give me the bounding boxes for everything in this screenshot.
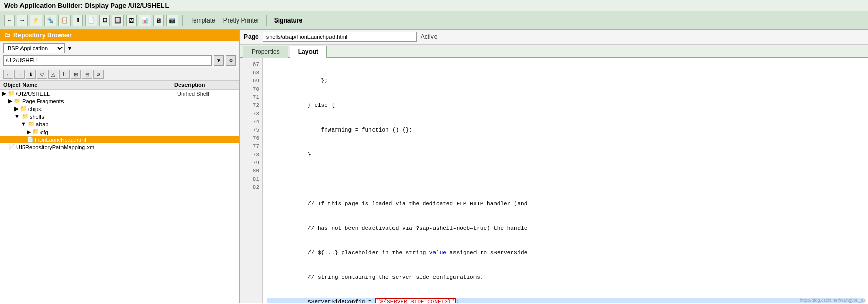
line-num-70: 70 (240, 85, 262, 93)
nav-down-btn[interactable]: ⬇ (26, 70, 36, 79)
nav-fwd-btn[interactable]: → (14, 70, 25, 79)
tree-label-ushell: /UI2/USHELL (16, 91, 177, 97)
tree-item-shells[interactable]: ▼ 📁 shells (0, 113, 239, 120)
folder-icon-cfg: ▶ 📁 (27, 128, 39, 135)
nav-collapse-btn[interactable]: ⊟ (82, 70, 92, 79)
nav-tri-btn[interactable]: ▽ (37, 70, 47, 79)
title-bar: Web Application Builder: Display Page /U… (0, 0, 868, 11)
nav-toolbar: ← → ⬇ ▽ △ H ⊞ ⊟ ↺ (0, 68, 239, 81)
toolbar-btn-4[interactable]: ⬆ (73, 15, 83, 26)
object-name-col-header: Object Name (3, 82, 174, 88)
page-info-bar: Page shells/abap/FioriLaunchpad.html Act… (240, 30, 868, 45)
tree-label-fiori-html: FioriLaunchpad.html (35, 137, 177, 143)
toolbar-btn-11[interactable]: 📷 (166, 15, 178, 26)
line-num-76: 76 (240, 134, 262, 142)
code-line-67: }; (267, 77, 864, 85)
folder-icon-ushell: ▶ 📁 (2, 90, 15, 97)
back-button[interactable]: ← (4, 15, 15, 26)
toolbar-btn-2[interactable]: 🔩 (44, 15, 56, 26)
code-line-71 (267, 175, 864, 183)
pretty-printer-button[interactable]: Pretty Printer (220, 16, 262, 25)
line-num-75: 75 (240, 126, 262, 134)
path-input[interactable]: /UI2/USHELL (3, 55, 212, 66)
code-line-73: // has not been deactivated via ?sap-ush… (267, 224, 864, 232)
line-num-72: 72 (240, 101, 262, 110)
code-editor: 67 68 69 70 71 72 73 74 75 76 77 78 79 8… (240, 58, 868, 303)
nav-back-btn[interactable]: ← (3, 70, 13, 79)
dropdown-btn[interactable]: ▼ (214, 55, 224, 66)
dropdown-icon: ▼ (67, 45, 73, 52)
nav-h-btn[interactable]: H (59, 70, 70, 79)
watermark: http://blog.csdn.net/wangyou_as (800, 298, 866, 303)
tree-column-header: Object Name Description (0, 81, 239, 90)
tree-item-fiori-html[interactable]: 📄 FioriLaunchpad.html (0, 136, 239, 143)
toolbar-btn-3[interactable]: 📋 (58, 15, 71, 26)
line-num-67: 67 (240, 60, 262, 69)
toolbar-btn-8[interactable]: 🖼 (126, 15, 137, 26)
code-line-69: fnWarning = function () {}; (267, 126, 864, 134)
tree-label-shells: shells (30, 114, 177, 120)
line-num-79: 79 (240, 159, 262, 167)
folder-icon-abap: ▼ 📁 (20, 121, 35, 127)
repo-browser-label: Repository Browser (13, 32, 72, 39)
description-col-header: Description (174, 82, 236, 88)
repo-browser-header: 🗂 Repository Browser (0, 30, 239, 41)
tab-layout[interactable]: Layout (290, 46, 327, 58)
code-line-68: } else { (267, 101, 864, 110)
tabs-bar: Properties Layout (240, 45, 868, 58)
file-icon-fiori-html: 📄 (27, 136, 34, 143)
tree-area[interactable]: ▶ 📁 /UI2/USHELL Unified Shell ▶ 📁 Page F… (0, 90, 239, 303)
page-label: Page (244, 33, 259, 40)
nav-refresh-btn[interactable]: ↺ (93, 70, 104, 79)
tree-item-chips[interactable]: ▶ 📁 chips (0, 105, 239, 113)
toolbar-btn-10[interactable]: 🖥 (153, 15, 164, 26)
toolbar-sep-1 (182, 15, 183, 26)
main-layout: 🗂 Repository Browser BSP Application ▼ /… (0, 30, 868, 303)
code-line-75: // string containing the server side con… (267, 273, 864, 281)
toolbar-btn-7[interactable]: 🔲 (112, 15, 124, 26)
repo-browser-icon: 🗂 (4, 32, 10, 39)
line-num-78: 78 (240, 150, 262, 159)
right-panel: Page shells/abap/FioriLaunchpad.html Act… (240, 30, 868, 303)
code-line-76: sServerSideConfig = "${SERVER-SIDE-CONFI… (267, 298, 864, 303)
line-num-77: 77 (240, 142, 262, 150)
bsp-application-select[interactable]: BSP Application (3, 43, 65, 53)
code-line-74: // ${...} placeholder in the string valu… (267, 249, 864, 257)
template-button[interactable]: Template (187, 16, 218, 25)
settings-btn[interactable]: ⚙ (226, 55, 236, 66)
toolbar-btn-1[interactable]: ⚡ (30, 15, 42, 26)
page-path-input[interactable]: shells/abap/FioriLaunchpad.html (263, 32, 417, 42)
line-num-80: 80 (240, 167, 262, 175)
tree-item-ui5mapping[interactable]: 📄 UI5RepositoryPathMapping.xml (0, 143, 239, 151)
line-numbers: 67 68 69 70 71 72 73 74 75 76 77 78 79 8… (240, 58, 263, 303)
toolbar-sep-2 (266, 15, 267, 26)
select-row: BSP Application ▼ (3, 43, 236, 53)
toolbar-btn-5[interactable]: 📄 (85, 15, 97, 26)
tree-desc-ushell: Unified Shell (177, 91, 239, 97)
signature-button[interactable]: Signature (271, 16, 305, 25)
toolbar-btn-9[interactable]: 📊 (139, 15, 151, 26)
tree-label-chips: chips (28, 106, 177, 112)
line-num-81: 81 (240, 175, 262, 183)
tree-label-ui5mapping: UI5RepositoryPathMapping.xml (16, 144, 177, 150)
left-panel: 🗂 Repository Browser BSP Application ▼ /… (0, 30, 240, 303)
nav-expand-btn[interactable]: ⊞ (71, 70, 81, 79)
tab-properties[interactable]: Properties (243, 46, 288, 58)
forward-button[interactable]: → (17, 15, 28, 26)
tree-item-cfg[interactable]: ▶ 📁 cfg (0, 128, 239, 136)
nav-tri2-btn[interactable]: △ (48, 70, 58, 79)
tree-label-page-fragments: Page Fragments (22, 98, 177, 104)
code-content[interactable]: }; } else { fnWarning = function () {}; … (263, 58, 868, 303)
app-title: Web Application Builder: Display Page /U… (4, 2, 169, 9)
tree-label-cfg: cfg (40, 129, 177, 135)
left-controls: BSP Application ▼ /UI2/USHELL ▼ ⚙ (0, 41, 239, 68)
folder-icon-shells: ▼ 📁 (14, 113, 29, 120)
tree-item-ushell[interactable]: ▶ 📁 /UI2/USHELL Unified Shell (0, 90, 239, 97)
toolbar-btn-6[interactable]: ⊞ (99, 15, 110, 26)
line-num-74: 74 (240, 118, 262, 126)
tree-item-abap[interactable]: ▼ 📁 abap (0, 120, 239, 128)
path-row: /UI2/USHELL ▼ ⚙ (3, 55, 236, 66)
folder-icon-page-fragments: ▶ 📁 (8, 98, 21, 104)
tree-item-page-fragments[interactable]: ▶ 📁 Page Fragments (0, 97, 239, 105)
toolbar: ← → ⚡ 🔩 📋 ⬆ 📄 ⊞ 🔲 🖼 📊 🖥 📷 Template Prett… (0, 11, 868, 30)
